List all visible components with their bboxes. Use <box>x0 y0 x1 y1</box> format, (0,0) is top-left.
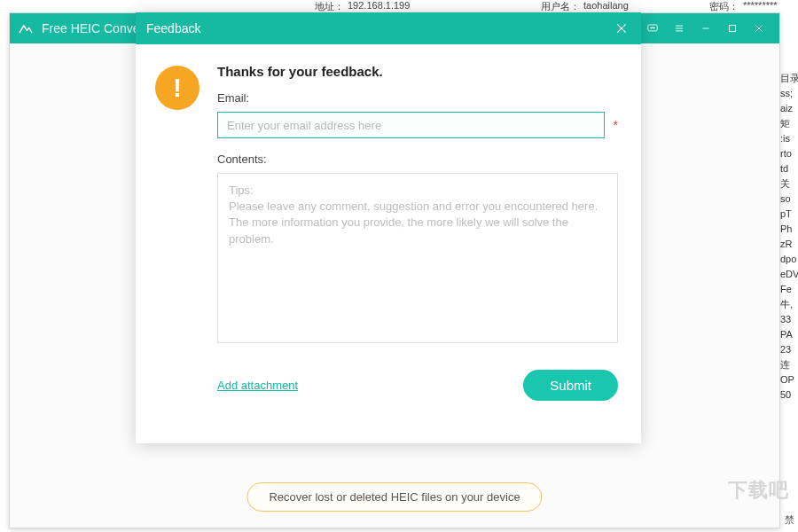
app-logo-icon <box>17 20 35 37</box>
bg-right-line: 23 <box>780 342 798 357</box>
svg-point-2 <box>652 27 653 28</box>
bg-user-value: taohailang <box>583 0 629 11</box>
bg-bottom-right: 禁 <box>785 513 794 527</box>
bg-right-line: td <box>780 161 798 176</box>
feedback-heading: Thanks for your feedback. <box>217 64 618 79</box>
modal-header: Feedback <box>136 12 641 44</box>
bg-right-line: 矩 <box>780 116 798 131</box>
bg-right-line: Fe <box>780 282 798 297</box>
minimize-button[interactable] <box>692 15 719 42</box>
bg-right-line: :is <box>780 131 798 146</box>
bg-addr-label: 地址： <box>315 0 344 13</box>
bg-right-line: zR <box>780 237 798 252</box>
bg-right-line: 目录 <box>780 71 798 86</box>
menu-icon[interactable] <box>666 15 692 42</box>
svg-rect-8 <box>730 26 736 32</box>
feedback-icon[interactable] <box>639 15 666 42</box>
background-top-fields: 地址： 192.168.1.199 用户名： taohailang 密码： **… <box>0 0 798 12</box>
bg-user-label: 用户名： <box>541 0 580 13</box>
bg-right-line: 33 <box>780 312 798 327</box>
exclamation-icon: ! <box>155 66 200 110</box>
bg-right-line: dpo <box>780 252 798 267</box>
close-button[interactable] <box>746 15 772 42</box>
modal-close-button[interactable] <box>613 20 630 37</box>
bg-addr-value: 192.168.1.199 <box>348 0 410 11</box>
email-label: Email: <box>217 91 618 105</box>
add-attachment-link[interactable]: Add attachment <box>217 379 298 392</box>
svg-point-3 <box>653 27 654 28</box>
bg-right-line: eDV <box>780 267 798 282</box>
maximize-button[interactable] <box>719 15 746 42</box>
bg-right-line: so <box>780 192 798 207</box>
feedback-modal: Feedback ! Thanks for your feedback. Ema… <box>136 12 641 443</box>
submit-button[interactable]: Submit <box>523 370 618 401</box>
bg-right-line: 50 <box>780 387 798 403</box>
bg-right-line: ss; <box>780 86 798 101</box>
bg-right-line: aiz <box>780 101 798 116</box>
recover-files-link[interactable]: Recover lost or deleted HEIC files on yo… <box>246 482 542 512</box>
modal-body: ! Thanks for your feedback. Email: * Con… <box>136 44 641 443</box>
bg-right-line: 连 <box>780 357 798 372</box>
required-asterisk: * <box>614 118 618 132</box>
bg-pass-value: ********* <box>743 0 778 11</box>
bg-right-line: 牛, <box>780 297 798 312</box>
bg-right-line: OP <box>780 372 798 387</box>
bg-right-line: Ph <box>780 222 798 237</box>
email-input[interactable] <box>217 112 605 138</box>
bg-right-line: rto <box>780 146 798 161</box>
contents-textarea[interactable] <box>217 173 618 343</box>
contents-label: Contents: <box>217 153 618 166</box>
bg-right-line: 关 <box>780 176 798 192</box>
background-right-list: 目录ss;aiz矩:isrtotd关sopTPhzRdpoeDVFe牛,33PA… <box>780 71 798 403</box>
svg-point-1 <box>651 27 652 28</box>
feedback-form: Thanks for your feedback. Email: * Conte… <box>217 64 618 426</box>
bg-right-line: PA <box>780 327 798 342</box>
bg-right-line: pT <box>780 207 798 222</box>
bg-pass-label: 密码： <box>709 0 739 13</box>
modal-title: Feedback <box>146 21 200 35</box>
